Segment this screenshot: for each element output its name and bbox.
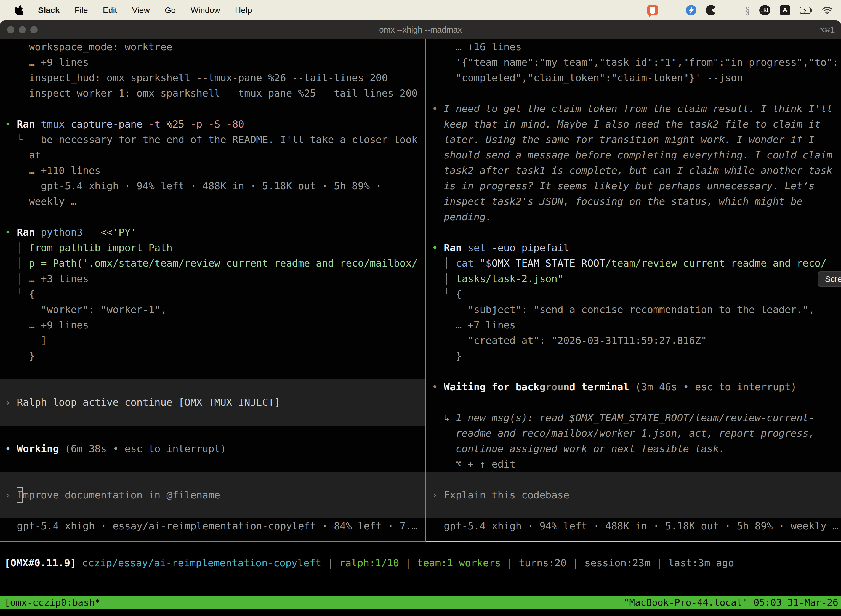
menu-item-window[interactable]: Window [190, 6, 220, 15]
terminal-line: } [0, 348, 425, 364]
text-segment: inspect_worker-1: omx sparkshell --tmux-… [5, 88, 418, 99]
apple-menu-icon[interactable] [15, 5, 23, 15]
terminal-line: workspace_mode: worktree [0, 39, 425, 55]
text-segment: › [432, 489, 444, 501]
text-segment: " [479, 258, 486, 269]
left-input-area[interactable]: › Improve documentation in @filename [0, 472, 425, 518]
keyboard-a-icon[interactable]: A [780, 5, 790, 15]
text-segment: workspace_mode: worktree [5, 41, 173, 53]
text-segment: | [405, 557, 417, 569]
menu-item-go[interactable]: Go [165, 6, 176, 15]
terminal-line: "completed","claim_token":"claim-token"}… [426, 70, 841, 85]
terminal-line: … +16 lines [426, 39, 841, 55]
text-segment: at [5, 149, 41, 161]
grid-shield-icon[interactable] [667, 5, 677, 15]
tmux-window-label[interactable]: [omx-cczip0:bash* [4, 597, 100, 608]
text-segment: … +16 lines [432, 41, 522, 53]
dots-grid-icon[interactable] [726, 5, 736, 15]
text-segment: <<'PY' [101, 227, 136, 238]
text-segment: weekly … [5, 196, 77, 207]
omx-status-line: [OMX#0.11.9] cczip/essay/ai-reimplementa… [0, 555, 841, 571]
blue-badge-icon[interactable] [686, 5, 696, 15]
menu-item-help[interactable]: Help [235, 6, 252, 15]
terminal-line: └ { [426, 286, 841, 302]
terminal-line: inspect task2's JSON, focusing on the st… [426, 194, 841, 209]
text-segment: -80 [226, 119, 244, 130]
text-segment: Ran [17, 119, 41, 130]
zoom-button[interactable] [30, 26, 38, 34]
menu-item-view[interactable]: View [132, 6, 149, 15]
wifi-icon[interactable] [822, 6, 833, 14]
terminal-line: • I need to get the claim token from the… [426, 101, 841, 116]
window-titlebar[interactable]: omx --xhigh --madmax ⌥⌘1 [0, 21, 841, 39]
terminal-line: gpt-5.4 xhigh · 94% left · 488K in · 5.1… [0, 178, 425, 194]
battery-icon[interactable] [800, 7, 812, 14]
terminal-line: │ tasks/task-2.json" [426, 271, 841, 286]
text-segment: | [327, 557, 339, 569]
left-pane-working: • Working (6m 38s • esc to interrupt) [0, 425, 425, 456]
text-segment: I need to get the claim token from the c… [444, 103, 832, 114]
left-terminal-pane[interactable]: workspace_mode: worktree … +9 lines insp… [0, 39, 426, 542]
ralph-loop-status: › Ralph loop active continue [OMX_TMUX_I… [0, 395, 425, 410]
tmux-status-bar: [omx-cczip0:bash* "MacBook-Pro-44.local"… [0, 595, 841, 609]
text-segment: tmux [41, 119, 70, 130]
text-segment: ] [5, 335, 47, 346]
terminal-line: │ p = Path('.omx/state/team/review-curre… [0, 255, 425, 271]
text-segment: … +7 lines [432, 319, 516, 331]
minimize-button[interactable] [19, 26, 26, 34]
text-segment: gpt-5.4 xhigh · 94% left · 488K in · 5.1… [432, 520, 838, 532]
text-segment: n [563, 381, 570, 392]
text-segment: • [432, 242, 444, 253]
terminal-line: later. Using the same for transition mig… [426, 132, 841, 147]
text-segment: python3 [41, 227, 89, 238]
right-input-area[interactable]: › Explain this codebase [426, 472, 841, 518]
text-segment: later. Using the same for transition mig… [432, 134, 815, 145]
terminal-line: • Ran set -euo pipefail [426, 240, 841, 255]
menu-app-name[interactable]: Slack [38, 6, 60, 15]
text-segment: ralph:1/10 [339, 557, 405, 569]
right-terminal-pane[interactable]: … +16 lines '{"team_name":"my-team","tas… [426, 39, 841, 542]
screenshot-chat-icon[interactable] [647, 5, 658, 15]
contrast-circle-icon[interactable] [706, 5, 716, 15]
terminal-line: … +7 lines [426, 317, 841, 333]
text-segment: capture-pane [70, 119, 148, 130]
text-segment: team:1 workers [417, 557, 507, 569]
terminal-line: should send a message before completing … [426, 147, 841, 163]
text-segment: "worker": "worker-1", [5, 304, 166, 315]
squiggle-icon[interactable]: § [745, 5, 750, 15]
right-pane-log: … +16 lines '{"team_name":"my-team","tas… [426, 39, 841, 364]
terminal-line: keep that in mind. Maybe I also need the… [426, 116, 841, 132]
text-segment: ↳ [432, 412, 456, 423]
text-segment: - [89, 227, 100, 238]
text-segment: │ [432, 273, 456, 284]
close-button[interactable] [7, 26, 14, 34]
terminal-line [426, 85, 841, 101]
window-shortcut-hint: ⌥⌘1 [820, 25, 835, 35]
menu-item-file[interactable]: File [75, 6, 88, 15]
text-cursor: I [17, 487, 23, 503]
text-segment: Ran [17, 227, 41, 238]
text-segment: › [5, 397, 17, 408]
text-segment: "subject": "send a concise recommendatio… [432, 304, 815, 315]
text-segment: … +110 lines [5, 165, 101, 176]
screen-tooltip: Scre [818, 271, 841, 287]
menu-item-edit[interactable]: Edit [103, 6, 117, 15]
text-segment: "created_at": "2026-03-31T11:59:27.816Z" [432, 335, 707, 346]
circle-61-icon[interactable]: ..61 [759, 5, 771, 15]
terminal-line [426, 224, 841, 240]
text-segment: $ [486, 258, 492, 269]
text-segment: › [5, 489, 17, 501]
text-segment: └ [5, 288, 29, 300]
text-segment: gpt-5.4 xhigh · 94% left · 488K in · 5.1… [5, 180, 382, 192]
text-segment: d terminal [570, 381, 635, 392]
terminal-line: } [426, 348, 841, 364]
terminal-line: at [0, 147, 425, 163]
text-segment: pending. [432, 211, 492, 223]
text-segment: -S [208, 119, 226, 130]
text-segment: " [557, 273, 563, 284]
text-segment: … +3 lines [29, 273, 89, 284]
terminal-line [426, 364, 841, 379]
menu-left: Slack File Edit View Go Window Help [15, 5, 252, 15]
waiting-status: • Waiting for background terminal (3m 46… [426, 379, 841, 395]
text-segment: Waiting for back [444, 381, 539, 392]
